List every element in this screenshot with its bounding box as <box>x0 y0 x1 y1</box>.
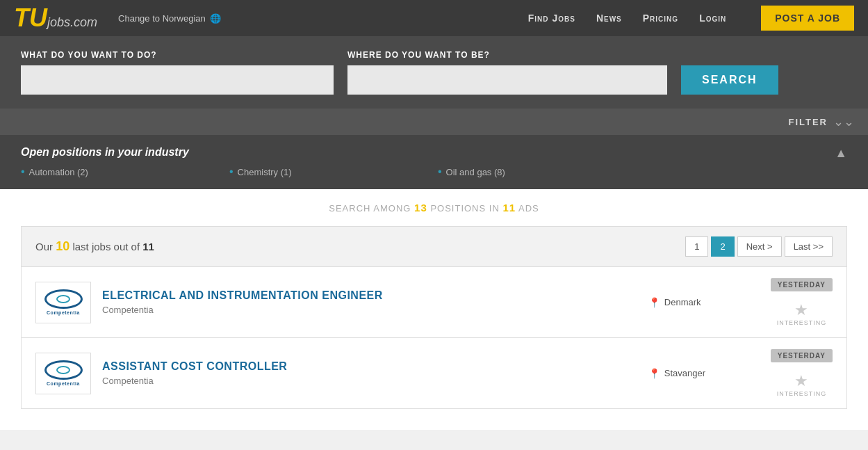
job-meta: YESTERDAY ★ INTERESTING <box>771 278 833 326</box>
date-badge: YESTERDAY <box>771 278 833 291</box>
filter-label: FILTER <box>788 117 828 127</box>
company-logo: Competentia <box>35 353 91 394</box>
filter-chevron-icon[interactable]: ⌄⌄ <box>833 114 854 129</box>
interesting-label: INTERESTING <box>777 319 827 326</box>
date-badge: YESTERDAY <box>771 349 833 362</box>
page-1-button[interactable]: 1 <box>685 236 708 257</box>
search-row: WHAT DO YOU WANT TO DO? WHERE DO YOU WAN… <box>21 50 847 95</box>
logo-tu: TU <box>14 6 47 31</box>
star-icon: ★ <box>794 373 808 389</box>
job-card: Competentia ELECTRICAL AND INSTRUMENTATI… <box>21 267 847 338</box>
header: TU jobs.com Change to Norwegian 🌐 Find J… <box>0 0 868 36</box>
location-text: Denmark <box>664 297 701 307</box>
industry-items: Automation (2) Chemistry (1) Oil and gas… <box>21 166 835 178</box>
stats-ads-label: ADS <box>516 203 539 214</box>
star-icon: ★ <box>794 303 808 318</box>
nav-login[interactable]: Login <box>699 13 726 24</box>
interesting-button[interactable]: ★ INTERESTING <box>777 303 827 326</box>
logo-oval-inner <box>56 366 70 374</box>
collapse-industry-button[interactable]: ▲ <box>835 146 847 161</box>
logo-oval-inner <box>56 295 70 303</box>
job-location: 📍 Denmark <box>648 297 760 308</box>
jobs-header: Our 10 last jobs out of 11 1 2 Next > La… <box>21 226 847 267</box>
main-content: SEARCH AMONG 13 POSITIONS IN 11 ADS Our … <box>0 189 868 430</box>
where-label: WHERE DO YOU WANT TO BE? <box>347 50 667 60</box>
search-button[interactable]: SEARCH <box>681 65 778 95</box>
location-text: Stavanger <box>664 368 705 378</box>
interesting-button[interactable]: ★ INTERESTING <box>777 373 827 397</box>
nav-pricing[interactable]: Pricing <box>643 13 678 24</box>
what-label: WHAT DO YOU WANT TO DO? <box>21 50 334 60</box>
logo-company-text: Competentia <box>47 310 80 315</box>
stats-positions-count: 13 <box>414 202 427 214</box>
what-input[interactable] <box>21 65 334 95</box>
location-pin-icon: 📍 <box>648 368 660 379</box>
job-title[interactable]: ELECTRICAL AND INSTRUMENTATION ENGINEER <box>102 289 637 302</box>
nav-news[interactable]: News <box>596 13 622 24</box>
language-switch[interactable]: Change to Norwegian 🌐 <box>118 13 221 24</box>
search-section: WHAT DO YOU WANT TO DO? WHERE DO YOU WAN… <box>0 36 868 109</box>
job-company: Competentia <box>102 376 637 386</box>
main-nav: Find Jobs News Pricing Login POST A JOB <box>528 6 854 31</box>
industry-item-automation[interactable]: Automation (2) <box>21 166 229 178</box>
industry-content: Open positions in your industry Automati… <box>21 146 835 178</box>
logo-oval <box>44 289 83 309</box>
nav-find-jobs[interactable]: Find Jobs <box>528 13 575 24</box>
interesting-label: INTERESTING <box>777 390 827 397</box>
industry-section: Open positions in your industry Automati… <box>0 135 868 189</box>
lang-switch-label: Change to Norwegian <box>118 13 206 24</box>
where-group: WHERE DO YOU WANT TO BE? <box>347 50 667 95</box>
logo: TU jobs.com <box>14 6 97 31</box>
job-info: ASSISTANT COST CONTROLLER Competentia <box>102 360 637 386</box>
logo-company-text: Competentia <box>47 381 80 386</box>
stats-bar: SEARCH AMONG 13 POSITIONS IN 11 ADS <box>0 189 868 226</box>
location-pin-icon: 📍 <box>648 297 660 308</box>
competentia-logo-graphic: Competentia <box>36 282 90 323</box>
globe-icon: 🌐 <box>210 13 221 24</box>
stats-ads-count: 11 <box>502 202 516 214</box>
post-job-button[interactable]: POST A JOB <box>761 6 854 31</box>
job-title[interactable]: ASSISTANT COST CONTROLLER <box>102 360 637 373</box>
competentia-logo-graphic: Competentia <box>36 353 90 394</box>
logo-jobs: jobs.com <box>47 15 97 30</box>
pagination: 1 2 Next > Last >> <box>685 236 833 257</box>
company-logo: Competentia <box>35 282 91 323</box>
job-company: Competentia <box>102 305 637 315</box>
filter-bar: FILTER ⌄⌄ <box>0 109 868 135</box>
jobs-container: Our 10 last jobs out of 11 1 2 Next > La… <box>0 226 868 430</box>
stats-positions-label: POSITIONS IN <box>427 203 503 214</box>
industry-item-oilandgas[interactable]: Oil and gas (8) <box>438 166 646 178</box>
logo-oval <box>44 360 83 380</box>
last-button[interactable]: Last >> <box>785 236 833 257</box>
job-info: ELECTRICAL AND INSTRUMENTATION ENGINEER … <box>102 289 637 315</box>
industry-item-chemistry[interactable]: Chemistry (1) <box>229 166 438 178</box>
stats-prefix: SEARCH AMONG <box>329 203 414 214</box>
job-card: Competentia ASSISTANT COST CONTROLLER Co… <box>21 338 847 409</box>
jobs-count-text: Our 10 last jobs out of 11 <box>35 239 154 254</box>
industry-title: Open positions in your industry <box>21 146 835 159</box>
what-group: WHAT DO YOU WANT TO DO? <box>21 50 334 95</box>
job-meta: YESTERDAY ★ INTERESTING <box>771 349 833 397</box>
next-button[interactable]: Next > <box>737 236 782 257</box>
job-location: 📍 Stavanger <box>648 368 760 379</box>
where-input[interactable] <box>347 65 667 95</box>
page-2-button[interactable]: 2 <box>711 236 734 257</box>
